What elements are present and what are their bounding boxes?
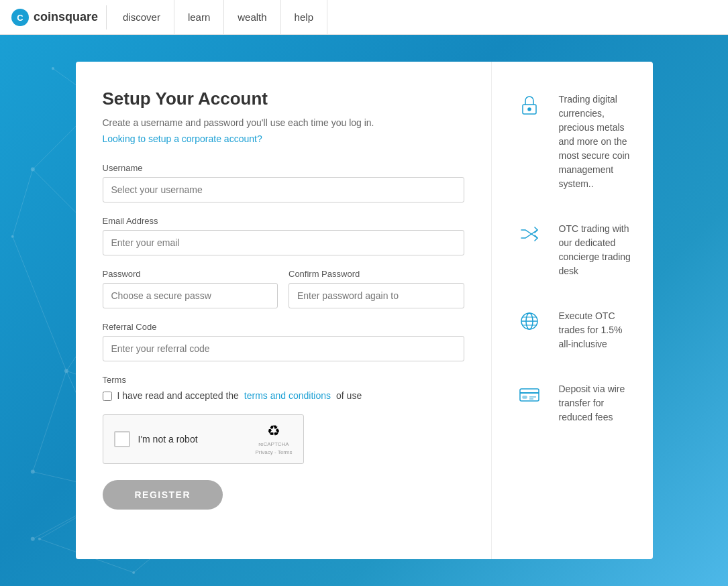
nav-link-help[interactable]: help: [281, 0, 327, 34]
terms-text-after: of use: [336, 390, 362, 401]
svg-point-36: [31, 537, 35, 541]
feature-wire-text: Deposit via wire transfer for reduced fe…: [559, 378, 631, 424]
terms-checkbox[interactable]: [103, 392, 112, 401]
svg-line-4: [33, 371, 66, 471]
password-row: Password Confirm Password: [103, 269, 464, 308]
logo-icon: C: [11, 8, 30, 27]
feature-otc: OTC trading with our dedicated concierge…: [513, 218, 631, 278]
globe-icon: [516, 308, 543, 335]
terms-row: I have read and accepted the terms and c…: [103, 390, 464, 401]
referral-group: Referral Code: [103, 322, 464, 361]
username-label: Username: [103, 163, 464, 173]
username-group: Username: [103, 163, 464, 202]
recaptcha-checkbox[interactable]: [114, 431, 130, 447]
feature-globe-text: Execute OTC trades for 1.5% all-inclusiv…: [559, 305, 631, 351]
svg-rect-55: [523, 396, 527, 398]
terms-link[interactable]: terms and conditions: [244, 390, 331, 401]
referral-label: Referral Code: [103, 322, 464, 332]
main-card: Setup Your Account Create a username and…: [76, 62, 653, 559]
recaptcha-privacy: Privacy - Terms: [256, 449, 293, 456]
svg-point-44: [132, 571, 135, 574]
recaptcha-icon: ♻: [267, 422, 280, 440]
corporate-link[interactable]: Looking to setup a corporate account?: [103, 133, 464, 144]
svg-line-18: [13, 237, 66, 371]
svg-text:C: C: [17, 13, 23, 23]
card-icon-wrap: [513, 378, 545, 410]
email-input[interactable]: [103, 230, 464, 255]
shuffle-icon-wrap: [513, 218, 545, 250]
email-label: Email Address: [103, 216, 464, 226]
confirm-password-group: Confirm Password: [289, 269, 464, 308]
navbar: C coinsquare discover learn wealth help: [0, 0, 728, 35]
feature-wire: Deposit via wire transfer for reduced fe…: [513, 378, 631, 424]
recaptcha-widget[interactable]: I'm not a robot ♻ reCAPTCHA Privacy - Te…: [103, 414, 304, 464]
svg-point-27: [31, 167, 35, 171]
feature-security-text: Trading digital currencies, precious met…: [559, 89, 631, 191]
svg-point-30: [31, 470, 35, 474]
card-icon: [516, 381, 543, 408]
nav-link-learn[interactable]: learn: [174, 0, 224, 34]
shuffle-icon: [516, 221, 543, 247]
nav-links: discover learn wealth help: [109, 0, 327, 34]
logo-text: coinsquare: [34, 10, 98, 24]
feature-globe: Execute OTC trades for 1.5% all-inclusiv…: [513, 305, 631, 351]
nav-link-wealth[interactable]: wealth: [224, 0, 280, 34]
terms-text-before: I have read and accepted the: [117, 390, 239, 401]
svg-point-29: [64, 369, 68, 373]
confirm-password-label: Confirm Password: [289, 269, 464, 279]
svg-point-39: [11, 235, 14, 238]
terms-group: Terms I have read and accepted the terms…: [103, 375, 464, 401]
security-icon-wrap: [513, 89, 545, 121]
globe-icon-wrap: [513, 305, 545, 337]
recaptcha-logo: ♻ reCAPTCHA Privacy - Terms: [256, 422, 293, 455]
setup-subtitle: Create a username and password you'll us…: [103, 117, 464, 128]
bg-wrapper: Setup Your Account Create a username and…: [0, 35, 728, 586]
terms-label: Terms: [103, 375, 464, 385]
logo[interactable]: C coinsquare: [11, 8, 98, 27]
form-section: Setup Your Account Create a username and…: [76, 62, 492, 559]
svg-line-17: [13, 169, 33, 236]
recaptcha-label: I'm not a robot: [138, 434, 248, 445]
nav-divider: [106, 5, 107, 30]
register-button[interactable]: REGISTER: [103, 480, 223, 510]
referral-input[interactable]: [103, 336, 464, 361]
features-section: Trading digital currencies, precious met…: [492, 62, 653, 559]
svg-point-43: [38, 538, 41, 540]
password-input[interactable]: [103, 283, 278, 308]
feature-security: Trading digital currencies, precious met…: [513, 89, 631, 191]
svg-point-37: [52, 67, 54, 70]
password-group: Password: [103, 269, 278, 308]
recaptcha-brand: reCAPTCHA: [258, 441, 289, 448]
password-label: Password: [103, 269, 278, 279]
svg-point-47: [528, 108, 531, 111]
email-group: Email Address: [103, 216, 464, 255]
lock-icon: [516, 91, 543, 118]
feature-otc-text: OTC trading with our dedicated concierge…: [559, 218, 631, 278]
confirm-password-input[interactable]: [289, 283, 464, 308]
page-title: Setup Your Account: [103, 89, 464, 109]
nav-link-discover[interactable]: discover: [109, 0, 174, 34]
username-input[interactable]: [103, 177, 464, 202]
